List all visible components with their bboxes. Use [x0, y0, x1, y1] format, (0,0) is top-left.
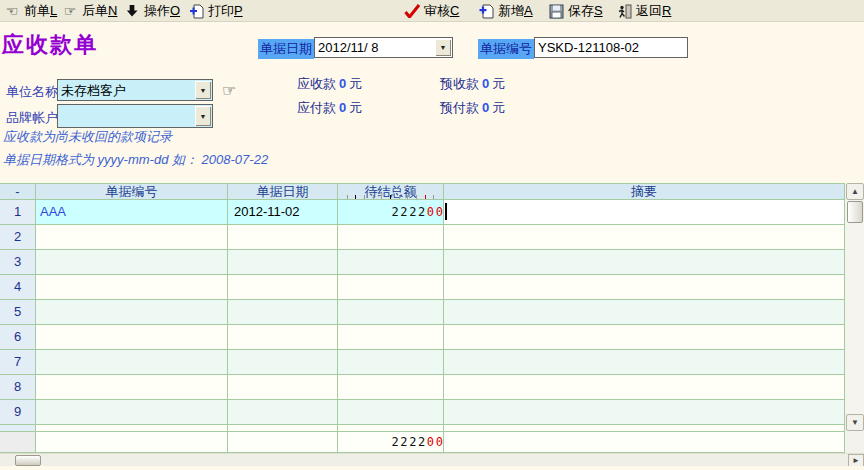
exit-door-icon [616, 3, 632, 19]
doc-date-cell[interactable] [228, 250, 338, 275]
total-amount-cell: 222200 [338, 431, 444, 453]
new-doc-label: 新增A [498, 2, 533, 20]
doc-date-value: 2012/11/ 8 [318, 40, 434, 55]
new-page-icon [478, 3, 494, 19]
row-number-cell[interactable]: 2 [0, 225, 36, 250]
next-doc-button[interactable]: ☞ 后单N [62, 2, 117, 20]
brand-account-combobox[interactable]: ▼ [57, 104, 213, 128]
summary-cell[interactable] [444, 275, 845, 300]
prev-doc-label: 前单L [24, 2, 57, 20]
doc-date-cell[interactable] [228, 225, 338, 250]
amount-cell[interactable] [338, 375, 444, 400]
doc-date-cell[interactable] [228, 375, 338, 400]
brand-account-label: 品牌帐户 [6, 109, 58, 127]
audit-label: 审核C [424, 2, 459, 20]
date-format-hint-text: 单据日期格式为 yyyy-mm-dd 如： 2008-07-22 [3, 151, 268, 169]
horizontal-scroll-thumb[interactable] [15, 455, 41, 466]
doc-date-cell[interactable] [228, 275, 338, 300]
doc-date-cell[interactable] [228, 400, 338, 425]
doc-no-cell[interactable] [36, 275, 228, 300]
hand-right-icon: ☞ [62, 3, 78, 19]
operate-label: 操作O [144, 2, 180, 20]
summary-cell[interactable] [444, 350, 845, 375]
doc-no-cell[interactable] [36, 300, 228, 325]
document-header: 应收款单 单据日期 2012/11/ 8 ▼ 单据编号 YSKD-121108-… [0, 22, 864, 183]
row-number-cell[interactable]: 7 [0, 350, 36, 375]
new-doc-button[interactable]: 新增A [478, 2, 533, 20]
right-arrow-icon: ► [852, 456, 860, 465]
receivable-amount: 应收款0元 [297, 75, 362, 93]
summary-cell[interactable] [444, 300, 845, 325]
amount-cell[interactable] [338, 275, 444, 300]
doc-no-input[interactable]: YSKD-121108-02 [534, 37, 688, 58]
amount-cell[interactable] [338, 350, 444, 375]
summary-cell[interactable] [444, 375, 845, 400]
prev-doc-button[interactable]: ☜ 前单L [4, 2, 57, 20]
row-number-cell[interactable]: 6 [0, 325, 36, 350]
doc-no-cell[interactable] [36, 400, 228, 425]
amount-cell[interactable] [338, 325, 444, 350]
doc-no-cell[interactable] [36, 250, 228, 275]
summary-cell[interactable] [444, 400, 845, 425]
table-row: 9 [0, 400, 845, 425]
down-arrow-icon: ▼ [851, 418, 859, 427]
summary-cell[interactable] [444, 225, 845, 250]
doc-date-cell[interactable]: 2012-11-02 [228, 200, 338, 225]
table-header-row: - 单据编号 单据日期 待结总额 摘要 [0, 183, 845, 200]
summary-cell[interactable] [444, 250, 845, 275]
chevron-down-icon[interactable]: ▼ [435, 39, 451, 56]
vertical-scroll-thumb[interactable] [847, 201, 863, 223]
unit-name-combobox[interactable]: 未存档客户 ▼ [57, 79, 213, 101]
row-number-cell[interactable]: 1 [0, 200, 36, 225]
row-number-cell[interactable]: 3 [0, 250, 36, 275]
chevron-down-icon[interactable]: ▼ [195, 81, 211, 99]
summary-cell[interactable] [444, 325, 845, 350]
summary-cell-editing[interactable] [444, 200, 845, 225]
audit-button[interactable]: 审核C [404, 2, 459, 20]
doc-date-cell[interactable] [228, 350, 338, 375]
operate-button[interactable]: 操作O [124, 2, 180, 20]
hand-picker-icon[interactable]: ☞ [222, 81, 236, 100]
row-number-cell[interactable]: 9 [0, 400, 36, 425]
amount-column-header: 待结总额 [338, 184, 444, 200]
receivable-hint-text: 应收款为尚未收回的款项记录 [3, 128, 172, 146]
app-window: ☜ 前单L ☞ 后单N 操作O 打印P 审核C [0, 0, 864, 470]
row-number-cell[interactable]: 8 [0, 375, 36, 400]
detail-table: - 单据编号 单据日期 待结总额 摘要 1 AAA 2012-11-02 222… [0, 183, 864, 470]
total-doc-no-cell [36, 431, 228, 453]
doc-no-cell[interactable]: AAA [36, 200, 228, 225]
amount-cell[interactable] [338, 300, 444, 325]
amount-cell[interactable] [338, 225, 444, 250]
doc-no-cell[interactable] [36, 375, 228, 400]
vertical-scrollbar[interactable]: ▲ ▼ [846, 183, 864, 431]
row-number-cell[interactable]: 5 [0, 300, 36, 325]
doc-date-column-header: 单据日期 [228, 184, 338, 200]
doc-date-cell[interactable] [228, 325, 338, 350]
doc-date-combobox[interactable]: 2012/11/ 8 ▼ [314, 37, 453, 58]
amount-cell[interactable] [338, 250, 444, 275]
scroll-up-button[interactable]: ▲ [846, 183, 864, 200]
doc-no-cell[interactable] [36, 350, 228, 375]
chevron-down-icon[interactable]: ▼ [195, 106, 211, 126]
scroll-down-button[interactable]: ▼ [846, 414, 864, 431]
doc-no-label: 单据编号 [478, 39, 534, 59]
total-row-number-cell [0, 431, 36, 453]
doc-no-cell[interactable] [36, 225, 228, 250]
doc-no-cell[interactable] [36, 325, 228, 350]
print-button[interactable]: 打印P [188, 2, 243, 20]
pre-received-amount: 预收款0元 [440, 75, 505, 93]
amount-cell[interactable] [338, 400, 444, 425]
save-button[interactable]: 保存S [548, 2, 603, 20]
row-number-cell[interactable]: 4 [0, 275, 36, 300]
horizontal-scrollbar[interactable]: ► [0, 453, 864, 466]
toolbar: ☜ 前单L ☞ 后单N 操作O 打印P 审核C [0, 0, 864, 22]
doc-date-cell[interactable] [228, 300, 338, 325]
return-button[interactable]: 返回R [616, 2, 671, 20]
printer-icon [188, 3, 204, 19]
table-row: 8 [0, 375, 845, 400]
table-row: 4 [0, 275, 845, 300]
text-caret [445, 203, 447, 220]
red-check-icon [404, 3, 420, 19]
page-title: 应收款单 [2, 30, 98, 60]
amount-cell[interactable]: 222200 [338, 200, 444, 225]
